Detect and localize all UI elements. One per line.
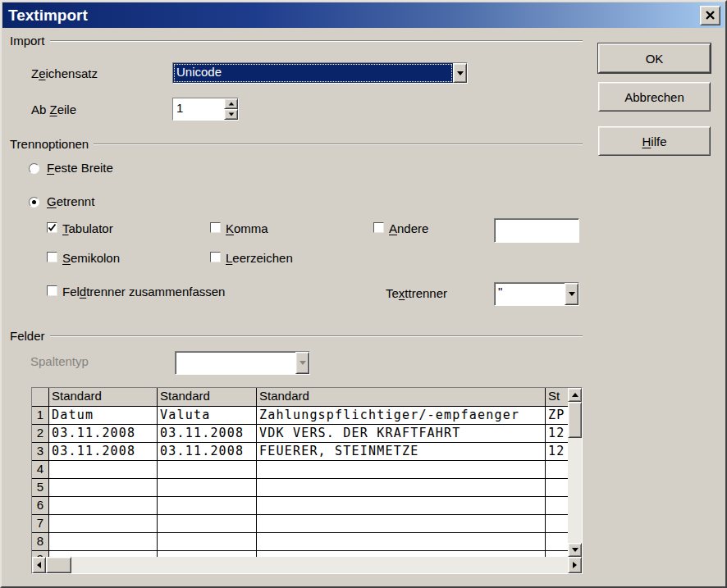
- table-cell[interactable]: [49, 551, 158, 557]
- row-number-cell: 7: [32, 515, 49, 532]
- column-header[interactable]: Standard: [158, 388, 257, 406]
- scroll-right-button[interactable]: [568, 557, 582, 573]
- row-number-cell: 8: [32, 533, 49, 550]
- table-cell[interactable]: VDK VERS. DER KRAFTFAHRT: [257, 425, 546, 442]
- table-cell[interactable]: [257, 497, 546, 514]
- table-cell[interactable]: [257, 551, 546, 557]
- table-cell[interactable]: 12: [546, 425, 568, 442]
- table-cell[interactable]: [546, 461, 568, 478]
- table-cell[interactable]: [158, 533, 257, 550]
- text-delimiter-combobox[interactable]: ": [494, 282, 579, 306]
- other-separator-input[interactable]: [494, 218, 579, 243]
- table-cell[interactable]: 03.11.2008: [158, 443, 257, 460]
- checkbox-comma[interactable]: [210, 222, 221, 233]
- table-cell[interactable]: [158, 551, 257, 557]
- table-cell[interactable]: Valuta: [158, 407, 257, 424]
- table-cell[interactable]: [257, 515, 546, 532]
- column-type-dropdown-button: [295, 352, 309, 374]
- space-label[interactable]: Leerzeichen: [226, 251, 293, 265]
- ok-button[interactable]: OK: [598, 43, 711, 73]
- table-cell[interactable]: 03.11.2008: [49, 425, 158, 442]
- table-cell[interactable]: [49, 515, 158, 532]
- table-cell[interactable]: [49, 497, 158, 514]
- table-cell[interactable]: 03.11.2008: [49, 443, 158, 460]
- table-cell[interactable]: [158, 461, 257, 478]
- from-row-spinner[interactable]: 1: [172, 98, 239, 121]
- fields-group-header: Felder: [10, 329, 583, 343]
- column-header[interactable]: Standard: [49, 388, 158, 406]
- table-cell[interactable]: [158, 497, 257, 514]
- checkbox-other[interactable]: [373, 222, 384, 233]
- group-rule: [94, 144, 583, 145]
- scroll-left-button[interactable]: [32, 557, 46, 573]
- charset-combobox[interactable]: Unicode: [172, 62, 468, 84]
- charset-label: Zeichensatz: [31, 66, 98, 80]
- table-cell[interactable]: [158, 479, 257, 496]
- column-header[interactable]: St: [546, 388, 568, 406]
- charset-dropdown-button[interactable]: [453, 63, 467, 83]
- tab-label[interactable]: Tabulator: [62, 221, 113, 235]
- from-row-label: Ab Zeile: [31, 103, 76, 116]
- checkbox-tab[interactable]: [47, 222, 57, 233]
- table-cell[interactable]: [546, 479, 568, 496]
- help-button[interactable]: Hilfe: [598, 126, 711, 156]
- table-cell[interactable]: [158, 515, 257, 532]
- radio-separated[interactable]: [29, 197, 39, 207]
- comma-label[interactable]: Komma: [226, 221, 268, 235]
- table-cell[interactable]: FEUERER, STEINMETZE: [257, 443, 546, 460]
- dialog-title: Textimport: [8, 2, 88, 28]
- scroll-up-button[interactable]: [568, 388, 582, 402]
- vertical-scrollbar[interactable]: [568, 388, 582, 557]
- close-button[interactable]: [700, 6, 720, 25]
- horizontal-scrollbar-thumb[interactable]: [46, 557, 71, 573]
- charset-selected-value: Unicode: [173, 63, 453, 83]
- column-type-label: Spaltentyp: [30, 354, 89, 368]
- table-cell[interactable]: [257, 461, 546, 478]
- table-cell[interactable]: [546, 533, 568, 550]
- semicolon-label[interactable]: Semikolon: [62, 251, 120, 265]
- text-delimiter-dropdown-button[interactable]: [565, 283, 578, 305]
- radio-fixed-width[interactable]: [29, 163, 39, 174]
- fixed-width-label[interactable]: Feste Breite: [47, 161, 113, 175]
- table-cell[interactable]: [49, 533, 158, 550]
- horizontal-scrollbar[interactable]: [32, 557, 582, 573]
- checkbox-semicolon[interactable]: [47, 252, 57, 262]
- help-button-label: Hilfe: [642, 134, 666, 148]
- preview-table-body: 1DatumValutaZahlungspflichtiger/-empfaen…: [32, 407, 568, 557]
- separated-label[interactable]: Getrennt: [47, 194, 94, 208]
- table-cell[interactable]: Zahlungspflichtiger/-empfaenger: [257, 407, 546, 424]
- scroll-down-button[interactable]: [568, 543, 582, 557]
- table-cell[interactable]: Datum: [49, 407, 158, 424]
- preview-grid: Standard Standard Standard St 1DatumValu…: [32, 388, 568, 557]
- spin-up-button[interactable]: [224, 98, 238, 109]
- spin-down-button[interactable]: [224, 109, 238, 120]
- other-label[interactable]: Andere: [389, 221, 428, 235]
- column-type-value: [176, 352, 295, 374]
- chevron-down-icon: [299, 361, 306, 365]
- table-cell[interactable]: [546, 551, 568, 557]
- checkbox-merge-delimiters[interactable]: [47, 285, 57, 296]
- import-group-label: Import: [10, 34, 50, 48]
- row-number-cell: 1: [32, 407, 49, 424]
- table-cell[interactable]: [49, 461, 158, 478]
- table-cell[interactable]: 12: [546, 443, 568, 460]
- vertical-scrollbar-thumb[interactable]: [568, 402, 582, 438]
- row-number-cell: 2: [32, 425, 49, 442]
- from-row-value[interactable]: 1: [173, 98, 224, 120]
- table-row: 203.11.200803.11.2008VDK VERS. DER KRAFT…: [32, 425, 568, 443]
- row-number-cell: 6: [32, 497, 49, 514]
- table-cell[interactable]: [257, 479, 546, 496]
- merge-delimiters-label[interactable]: Feldtrenner zusammenfassen: [62, 285, 225, 299]
- column-header[interactable]: Standard: [257, 388, 546, 406]
- scroll-right-icon: [573, 562, 577, 568]
- table-cell[interactable]: 03.11.2008: [158, 425, 257, 442]
- table-cell[interactable]: [546, 497, 568, 514]
- table-cell[interactable]: [257, 533, 546, 550]
- table-cell[interactable]: [546, 515, 568, 532]
- cancel-button[interactable]: Abbrechen: [598, 82, 711, 112]
- table-cell[interactable]: [49, 479, 158, 496]
- preview-table: Standard Standard Standard St 1DatumValu…: [31, 387, 583, 574]
- table-cell[interactable]: ZP: [546, 407, 568, 424]
- table-row: 6: [32, 497, 568, 515]
- checkbox-space[interactable]: [210, 252, 221, 262]
